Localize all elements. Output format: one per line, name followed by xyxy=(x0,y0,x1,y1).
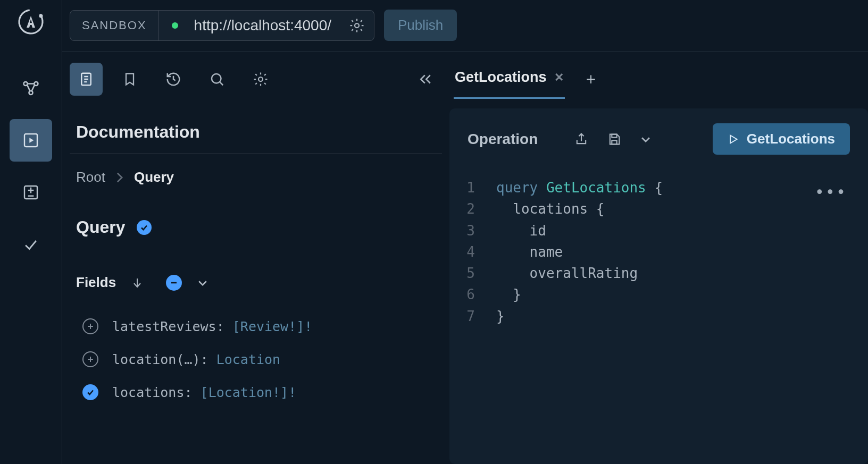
graph-icon[interactable] xyxy=(10,67,52,109)
save-icon[interactable] xyxy=(607,132,622,147)
collapse-icon[interactable] xyxy=(409,63,442,96)
code-line: 6 } xyxy=(460,284,857,305)
line-number: 5 xyxy=(460,263,496,284)
field-row[interactable]: locations: [Location!]! xyxy=(70,376,442,409)
new-tab-button[interactable]: ＋ xyxy=(581,68,601,97)
diff-icon[interactable] xyxy=(10,171,52,214)
type-name: Query xyxy=(76,217,125,237)
top-bar: SANDBOX http://localhost:4000/ Publish xyxy=(62,0,868,52)
tabs-row: GetLocations ✕ ＋ xyxy=(449,66,868,108)
svg-line-6 xyxy=(31,85,35,91)
code-line: 3 id xyxy=(460,220,857,241)
field-name: location(…): xyxy=(112,352,216,367)
svg-rect-28 xyxy=(612,134,617,137)
field-name: latestReviews: xyxy=(112,319,232,334)
svg-marker-9 xyxy=(29,138,34,142)
tab-label: GetLocations xyxy=(455,69,547,86)
chevron-right-icon xyxy=(116,172,123,183)
plus-circle-icon[interactable] xyxy=(82,318,98,334)
chevron-down-icon[interactable] xyxy=(640,133,652,145)
code-line: 2 locations { xyxy=(460,198,857,220)
line-number: 6 xyxy=(460,284,496,305)
publish-button[interactable]: Publish xyxy=(384,10,457,41)
breadcrumb: Root Query xyxy=(70,169,442,185)
run-button[interactable]: GetLocations xyxy=(713,123,850,155)
bookmark-icon[interactable] xyxy=(113,63,146,96)
svg-point-21 xyxy=(258,77,263,81)
endpoint-url[interactable]: http://localhost:4000/ xyxy=(178,17,343,34)
operation-title: Operation xyxy=(468,131,538,148)
fields-label: Fields xyxy=(76,274,116,291)
gear-icon[interactable] xyxy=(244,63,277,96)
code-line: 5 overallRating xyxy=(460,263,857,284)
run-button-label: GetLocations xyxy=(747,131,835,147)
apollo-logo xyxy=(16,7,45,36)
svg-marker-30 xyxy=(730,135,737,143)
chevron-down-icon[interactable] xyxy=(197,277,208,289)
search-icon[interactable] xyxy=(201,63,233,96)
plus-circle-icon[interactable] xyxy=(82,351,98,367)
history-icon[interactable] xyxy=(157,63,190,96)
field-type[interactable]: [Review!]! xyxy=(232,319,313,334)
documentation-panel: Documentation Root Query Query Fields xyxy=(62,52,449,464)
crumb-current: Query xyxy=(134,169,174,185)
field-type[interactable]: Location xyxy=(216,352,280,367)
type-selected-badge xyxy=(137,220,152,235)
line-number: 1 xyxy=(460,177,496,198)
tab-getlocations[interactable]: GetLocations ✕ xyxy=(454,66,565,99)
svg-point-14 xyxy=(355,23,359,28)
code-editor[interactable]: ••• 1query GetLocations {2 locations {3 … xyxy=(449,170,868,334)
svg-line-5 xyxy=(27,85,30,91)
line-number: 4 xyxy=(460,241,496,263)
line-number: 2 xyxy=(460,198,496,220)
connection-status-dot xyxy=(172,22,178,29)
svg-line-20 xyxy=(220,82,223,86)
editor-card: Operation xyxy=(449,108,868,464)
endpoint-settings-icon[interactable] xyxy=(343,11,371,40)
sandbox-badge: SANDBOX xyxy=(70,11,159,40)
code-line: 4 name xyxy=(460,241,857,263)
panel-toolbar xyxy=(70,63,442,112)
code-line: 7} xyxy=(460,306,857,327)
share-icon[interactable] xyxy=(574,132,589,147)
check-icon[interactable] xyxy=(10,223,52,266)
field-name: locations: xyxy=(112,385,201,400)
play-box-icon[interactable] xyxy=(10,119,52,162)
doc-icon[interactable] xyxy=(70,63,103,96)
svg-point-0 xyxy=(18,9,44,35)
line-number: 7 xyxy=(460,306,496,327)
remove-all-icon[interactable] xyxy=(166,275,182,291)
code-line: 1query GetLocations { xyxy=(460,177,857,198)
crumb-root[interactable]: Root xyxy=(76,169,105,185)
documentation-title: Documentation xyxy=(70,112,442,154)
field-row[interactable]: location(…): Location xyxy=(70,343,442,376)
svg-point-1 xyxy=(39,14,43,18)
more-icon[interactable]: ••• xyxy=(815,180,847,205)
operation-panel: GetLocations ✕ ＋ Operation xyxy=(449,52,868,464)
url-bar: SANDBOX http://localhost:4000/ xyxy=(70,10,374,41)
field-type[interactable]: [Location!]! xyxy=(201,385,297,400)
line-number: 3 xyxy=(460,220,496,241)
close-icon[interactable]: ✕ xyxy=(554,71,564,85)
svg-rect-29 xyxy=(612,140,617,144)
field-row[interactable]: latestReviews: [Review!]! xyxy=(70,310,442,343)
sort-icon[interactable] xyxy=(131,276,144,289)
svg-point-19 xyxy=(212,74,221,83)
check-circle-icon[interactable] xyxy=(82,384,98,400)
left-rail xyxy=(0,0,62,464)
